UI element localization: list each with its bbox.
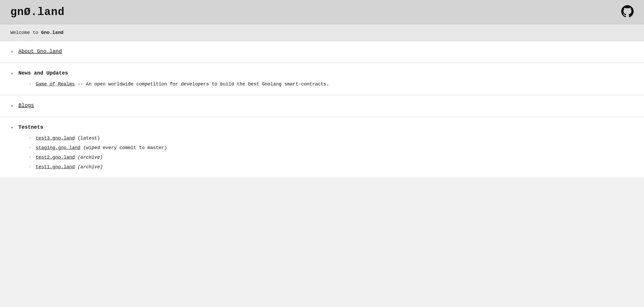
news-section: • News and Updates ◦ Game of Realms -- A… xyxy=(0,63,644,95)
test2-bullet: ◦ xyxy=(29,155,32,160)
about-section: • About Gno.land xyxy=(0,41,644,63)
test3-link[interactable]: test3.gno.land xyxy=(36,136,75,141)
test1-item: ◦ test1.gno.land (archive) xyxy=(29,164,167,171)
testnets-item: • Testnets ◦ test3.gno.land (latest) ◦ s… xyxy=(10,124,634,171)
main-content: • About Gno.land • News and Updates ◦ Ga… xyxy=(0,41,644,178)
news-item: • News and Updates ◦ Game of Realms -- A… xyxy=(10,70,634,88)
test2-item: ◦ test2.gno.land (archive) xyxy=(29,154,167,161)
test3-item: ◦ test3.gno.land (latest) xyxy=(29,135,167,142)
testnets-title: Testnets xyxy=(18,124,43,130)
game-of-realms-link[interactable]: Game of Realms xyxy=(36,82,75,87)
test2-text: test2.gno.land (archive) xyxy=(36,154,103,161)
welcome-prefix: Welcome to xyxy=(10,30,41,35)
testnets-bullet: • xyxy=(10,125,14,131)
github-icon xyxy=(621,5,634,18)
test1-text: test1.gno.land (archive) xyxy=(36,164,103,171)
staging-item: ◦ staging.gno.land (wiped every commit t… xyxy=(29,144,167,151)
welcome-brand: Gno.land xyxy=(41,30,63,35)
game-of-realms-bullet: ◦ xyxy=(29,81,32,86)
staging-rest: (wiped every commit to master) xyxy=(80,145,167,150)
testnets-group: Testnets ◦ test3.gno.land (latest) ◦ sta… xyxy=(18,124,167,171)
test1-link[interactable]: test1.gno.land xyxy=(36,164,75,170)
news-title: News and Updates xyxy=(18,70,68,76)
staging-bullet: ◦ xyxy=(29,145,32,150)
about-link[interactable]: About Gno.land xyxy=(18,48,62,54)
about-bullet: • xyxy=(10,49,14,55)
test3-rest: (latest) xyxy=(75,136,100,141)
news-sub-list: ◦ Game of Realms -- An open worldwide co… xyxy=(18,81,329,88)
site-logo: gnØ.land xyxy=(10,6,65,18)
test2-rest: (archive) xyxy=(75,155,103,160)
staging-text: staging.gno.land (wiped every commit to … xyxy=(36,144,167,151)
about-item: • About Gno.land xyxy=(10,48,634,55)
news-bullet: • xyxy=(10,71,14,77)
test3-bullet: ◦ xyxy=(29,135,32,141)
github-link[interactable] xyxy=(621,5,634,19)
blogs-item: • Blogs xyxy=(10,103,634,109)
testnets-sub-list: ◦ test3.gno.land (latest) ◦ staging.gno.… xyxy=(18,135,167,171)
test2-link[interactable]: test2.gno.land xyxy=(36,155,75,160)
site-header: gnØ.land xyxy=(0,0,644,24)
game-of-realms-text: Game of Realms -- An open worldwide comp… xyxy=(36,81,329,88)
blogs-section: • Blogs xyxy=(0,95,644,117)
news-group: News and Updates ◦ Game of Realms -- An … xyxy=(18,70,329,88)
testnets-section: • Testnets ◦ test3.gno.land (latest) ◦ s… xyxy=(0,117,644,178)
staging-link[interactable]: staging.gno.land xyxy=(36,145,80,150)
test3-text: test3.gno.land (latest) xyxy=(36,135,100,142)
test1-bullet: ◦ xyxy=(29,164,32,169)
game-of-realms-rest: -- An open worldwide competition for dev… xyxy=(75,82,329,87)
game-of-realms-item: ◦ Game of Realms -- An open worldwide co… xyxy=(29,81,329,88)
test1-rest: (archive) xyxy=(75,164,103,170)
welcome-bar: Welcome to Gno.land xyxy=(0,24,644,41)
blogs-bullet: • xyxy=(10,103,14,109)
blogs-link[interactable]: Blogs xyxy=(18,103,34,108)
